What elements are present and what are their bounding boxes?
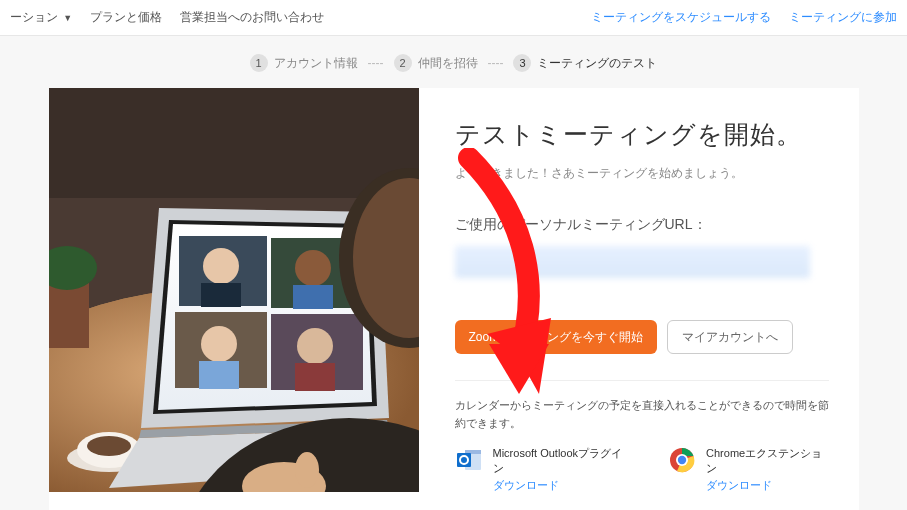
- step-1-bubble: 1: [250, 54, 268, 72]
- svg-rect-25: [295, 363, 335, 391]
- svg-rect-21: [293, 285, 333, 309]
- step-sep: ----: [488, 56, 504, 70]
- step-sep: ----: [368, 56, 384, 70]
- chevron-down-icon: ▼: [63, 13, 72, 23]
- step-1-label: アカウント情報: [274, 55, 358, 72]
- annotation-arrow-icon: [449, 148, 609, 408]
- chrome-icon: [668, 446, 696, 474]
- svg-point-6: [87, 436, 131, 456]
- chrome-extension-download-link[interactable]: ダウンロード: [706, 478, 828, 493]
- step-3-label: ミーティングのテスト: [537, 55, 657, 72]
- onboarding-steps: 1 アカウント情報 ---- 2 仲間を招待 ---- 3 ミーティングのテスト: [0, 36, 907, 88]
- go-to-my-account-button[interactable]: マイアカウントへ: [667, 320, 793, 354]
- svg-point-30: [295, 452, 319, 488]
- svg-point-37: [678, 456, 686, 464]
- step-3-bubble: 3: [513, 54, 531, 72]
- personal-url-value-blurred: [455, 246, 810, 278]
- nav-plans-link[interactable]: プランと価格: [90, 9, 162, 26]
- step-2-bubble: 2: [394, 54, 412, 72]
- svg-point-22: [201, 326, 237, 362]
- outlook-plugin-block: Microsoft Outlookプラグイン ダウンロード: [455, 446, 629, 493]
- outlook-plugin-download-link[interactable]: ダウンロード: [493, 478, 629, 493]
- svg-rect-23: [199, 361, 239, 389]
- start-zoom-meeting-button[interactable]: Zoomミーティングを今すぐ開始: [455, 320, 658, 354]
- nav-contact-sales-link[interactable]: 営業担当へのお問い合わせ: [180, 9, 324, 26]
- personal-url-label: ご使用のパーソナルミーティングURL：: [455, 216, 829, 234]
- nav-join-meeting-link[interactable]: ミーティングに参加: [789, 9, 897, 26]
- svg-point-24: [297, 328, 333, 364]
- outlook-plugin-title: Microsoft Outlookプラグイン: [493, 446, 629, 476]
- main-content: テストミーティングを開始。 よくできました！さあミーティングを始めましょう。 ご…: [49, 88, 859, 510]
- step-2-label: 仲間を招待: [418, 55, 478, 72]
- chrome-extension-block: Chromeエクステンション ダウンロード: [668, 446, 828, 493]
- svg-rect-19: [201, 283, 241, 307]
- chrome-extension-title: Chromeエクステンション: [706, 446, 828, 476]
- hero-image: [49, 88, 419, 492]
- start-panel: テストミーティングを開始。 よくできました！さあミーティングを始めましょう。 ご…: [419, 88, 859, 510]
- nav-solutions-dropdown[interactable]: ーション ▼: [10, 9, 72, 26]
- panel-subtitle: よくできました！さあミーティングを始めましょう。: [455, 165, 829, 182]
- divider: [455, 380, 829, 381]
- nav-schedule-meeting-link[interactable]: ミーティングをスケジュールする: [591, 9, 771, 26]
- outlook-icon: [455, 446, 483, 474]
- svg-point-18: [203, 248, 239, 284]
- svg-rect-1: [49, 88, 419, 198]
- svg-point-20: [295, 250, 331, 286]
- panel-title: テストミーティングを開始。: [455, 118, 829, 151]
- calendar-description: カレンダーからミーティングの予定を直接入れることができるので時間を節約できます。: [455, 397, 829, 432]
- nav-solutions-label: ーション: [10, 10, 58, 24]
